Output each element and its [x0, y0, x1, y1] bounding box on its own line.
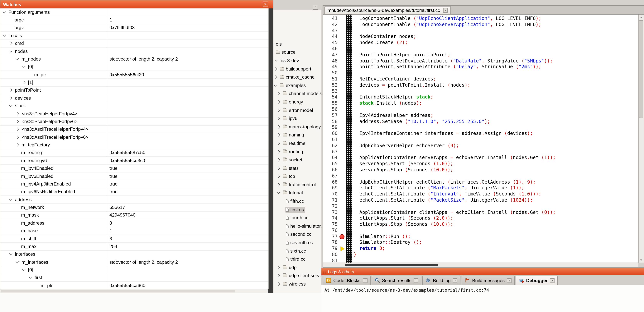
logs-tab-code-blocks[interactable]: Code::Blocks×: [323, 276, 370, 285]
expand-arrow-icon[interactable]: [277, 133, 280, 137]
collapse-arrow-icon[interactable]: [3, 10, 6, 13]
code-line[interactable]: NetDeviceContainer devices;: [354, 76, 644, 82]
expand-arrow-icon[interactable]: [16, 112, 19, 115]
tree-item-cmake-cache[interactable]: cmake_cache: [274, 73, 322, 81]
collapse-arrow-icon[interactable]: [274, 83, 277, 86]
expand-arrow-icon[interactable]: [277, 150, 280, 153]
tree-item-realtime[interactable]: realtime: [274, 139, 322, 147]
watch-row[interactable]: m_network655617: [0, 204, 268, 212]
code-line[interactable]: [354, 70, 644, 76]
expand-arrow-icon[interactable]: [9, 89, 12, 92]
watch-row[interactable]: m_mask4294967040: [0, 212, 268, 219]
code-line[interactable]: [354, 149, 644, 155]
logs-panel-header[interactable]: Logs & others: [322, 268, 644, 275]
expand-arrow-icon[interactable]: [277, 183, 280, 186]
watch-row[interactable]: m_interfacesstd::vector of length 2, cap…: [0, 258, 268, 266]
watch-row[interactable]: m_address3: [0, 219, 268, 227]
watch-row[interactable]: m_ipv6Enabledtrue: [0, 172, 268, 180]
watch-row[interactable]: m_nodesstd::vector of length 2, capacity…: [0, 55, 268, 63]
collapse-arrow-icon[interactable]: [9, 252, 12, 255]
tree-item-ns-3-dev[interactable]: ns-3-dev: [274, 56, 322, 65]
code-line[interactable]: PointToPointHelper pointToPoint;: [354, 52, 644, 58]
logs-tab-build-log[interactable]: Build log×: [422, 276, 461, 285]
code-line[interactable]: [354, 125, 644, 131]
watch-row[interactable]: m_base1: [0, 227, 268, 235]
tab-close-icon[interactable]: ×: [414, 278, 418, 283]
breakpoint-margin[interactable]: [340, 14, 346, 267]
watch-row[interactable]: [1]: [0, 79, 268, 87]
watch-row[interactable]: m_routingv60x5555555cd3c0: [0, 157, 268, 165]
code-line[interactable]: [354, 107, 644, 113]
tree-item-buildsupport[interactable]: buildsupport: [274, 65, 322, 73]
watch-row[interactable]: first: [0, 274, 268, 282]
code-line[interactable]: [354, 88, 644, 95]
expand-arrow-icon[interactable]: [274, 67, 277, 71]
expand-arrow-icon[interactable]: [277, 100, 280, 104]
tree-item-matrix-topology[interactable]: matrix-topology: [274, 123, 322, 131]
tree-item-fifth-cc[interactable]: fifth.cc: [274, 197, 322, 205]
code-line[interactable]: }: [354, 252, 644, 258]
watch-row[interactable]: cmd: [0, 40, 268, 47]
code-line[interactable]: [354, 173, 644, 179]
watch-row[interactable]: <ns3::PcapHelperForIpv4>: [0, 110, 268, 118]
code-area[interactable]: LogComponentEnable ("UdpEchoClientApplic…: [352, 14, 644, 267]
expand-arrow-icon[interactable]: [277, 117, 280, 120]
watch-row[interactable]: argv0x7fffffffdf08: [0, 24, 268, 32]
collapse-arrow-icon[interactable]: [29, 276, 32, 279]
tree-item-traffic-control[interactable]: traffic-control: [274, 180, 322, 189]
code-line[interactable]: Ipv4AddressHelper address;: [354, 113, 644, 119]
expand-arrow-icon[interactable]: [277, 175, 280, 178]
expand-arrow-icon[interactable]: [16, 120, 19, 123]
code-line[interactable]: pointToPoint.SetChannelAttribute ("Delay…: [354, 64, 644, 70]
code-line[interactable]: echoClient.SetAttribute ("MaxPackets", U…: [354, 185, 644, 191]
collapse-arrow-icon[interactable]: [9, 104, 12, 107]
editor-tab-close-icon[interactable]: ×: [443, 8, 448, 13]
code-line[interactable]: InternetStackHelper stack;: [354, 95, 644, 101]
vertical-scrollbar-thumb[interactable]: [269, 8, 273, 289]
code-line[interactable]: serverApps.Stop (Seconds (10.0));: [354, 167, 644, 173]
code-line[interactable]: return 0;: [354, 246, 644, 252]
collapse-arrow-icon[interactable]: [16, 260, 19, 263]
code-line[interactable]: serverApps.Start (Seconds (1.0));: [354, 161, 644, 167]
logs-tab-search-results[interactable]: Search results×: [372, 276, 421, 285]
logs-tab-build-messages[interactable]: Build messages×: [462, 276, 514, 285]
expand-arrow-icon[interactable]: [16, 136, 19, 139]
tree-item-stats[interactable]: stats: [274, 164, 322, 172]
watch-row[interactable]: m_ptr0x55555556cf20: [0, 71, 268, 79]
watch-row[interactable]: stack: [0, 102, 268, 110]
tree-item-hello-simulator-cc[interactable]: hello-simulator.cc: [274, 222, 322, 230]
watch-row[interactable]: [0]: [0, 266, 268, 274]
horizontal-scrollbar-thumb[interactable]: [1, 290, 235, 293]
editor-vertical-scrollbar[interactable]: ▲ ▼: [638, 14, 644, 263]
watch-row[interactable]: m_tcpFactory: [0, 141, 268, 149]
code-line[interactable]: nodes.Create (2);: [354, 40, 644, 46]
tree-item-routing[interactable]: routing: [274, 147, 322, 156]
tree-item-naming[interactable]: naming: [274, 131, 322, 139]
watch-row[interactable]: Function arguments: [0, 8, 268, 16]
tree-item-tutorial[interactable]: tutorial: [274, 189, 322, 197]
breakpoint-icon[interactable]: [340, 234, 344, 239]
tree-item-second-cc[interactable]: second.cc: [274, 230, 322, 238]
code-line[interactable]: address.SetBase ("10.1.1.0", "255.255.25…: [354, 119, 644, 125]
tree-item-udp[interactable]: udp: [274, 263, 322, 272]
code-line[interactable]: Simulator::Destroy ();: [354, 240, 644, 246]
watch-row[interactable]: m_ipv4Enabledtrue: [0, 165, 268, 172]
expand-arrow-icon[interactable]: [277, 142, 280, 145]
watch-row[interactable]: <ns3::PcapHelperForIpv6>: [0, 118, 268, 126]
vertical-scrollbar-thumb[interactable]: [639, 20, 643, 118]
expand-arrow-icon[interactable]: [16, 143, 19, 147]
scroll-up-arrow-icon[interactable]: ▲: [638, 14, 644, 19]
watch-row[interactable]: Locals: [0, 32, 268, 40]
expand-arrow-icon[interactable]: [9, 42, 12, 45]
fold-margin[interactable]: [346, 14, 352, 267]
code-line[interactable]: devices = pointToPoint.Install (nodes);: [354, 82, 644, 89]
watch-row[interactable]: <ns3::AsciiTraceHelperForIpv6>: [0, 133, 268, 141]
code-line[interactable]: echoClient.SetAttribute ("PacketSize", U…: [354, 197, 644, 203]
resize-corner[interactable]: [268, 289, 273, 293]
code-line[interactable]: Simulator::Run ();: [354, 234, 644, 240]
watch-row[interactable]: pointToPoint: [0, 87, 268, 95]
watch-row[interactable]: m_max254: [0, 243, 268, 251]
watch-row[interactable]: m_routing0x555555587c50: [0, 149, 268, 157]
watches-vertical-scrollbar[interactable]: [268, 8, 273, 289]
code-line[interactable]: pointToPoint.SetDeviceAttribute ("DataRa…: [354, 58, 644, 64]
